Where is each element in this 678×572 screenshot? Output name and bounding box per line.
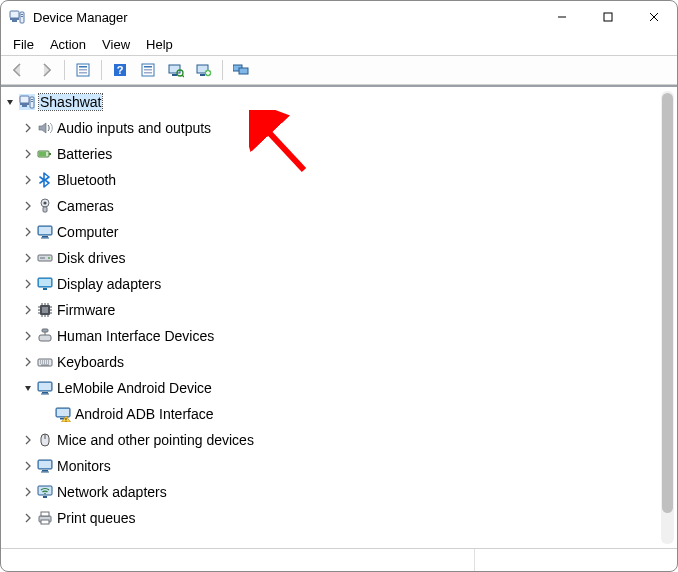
arrow-left-icon bbox=[10, 62, 26, 78]
vertical-scrollbar[interactable] bbox=[661, 91, 674, 544]
tree-item[interactable]: Print queues bbox=[3, 505, 661, 531]
minimize-icon bbox=[557, 12, 567, 22]
close-icon bbox=[649, 12, 659, 22]
properties-icon bbox=[75, 62, 91, 78]
show-hide-console-button[interactable] bbox=[70, 58, 96, 82]
disk-icon bbox=[37, 250, 53, 266]
maximize-button[interactable] bbox=[585, 1, 631, 33]
caption-buttons bbox=[539, 1, 677, 33]
chevron-right-icon[interactable] bbox=[21, 433, 35, 447]
app-icon bbox=[9, 9, 25, 25]
properties-button[interactable] bbox=[135, 58, 161, 82]
chevron-right-icon[interactable] bbox=[21, 485, 35, 499]
tree-item-label: Computer bbox=[57, 224, 118, 240]
printer-icon bbox=[37, 510, 53, 526]
expander-spacer bbox=[39, 407, 53, 421]
pc-icon bbox=[19, 94, 35, 110]
tree-item[interactable]: LeMobile Android Device bbox=[3, 375, 661, 401]
devices-by-connection-button[interactable] bbox=[228, 58, 254, 82]
mouse-icon bbox=[37, 432, 53, 448]
forward-button[interactable] bbox=[33, 58, 59, 82]
tree-item-label: Keyboards bbox=[57, 354, 124, 370]
chevron-right-icon[interactable] bbox=[21, 303, 35, 317]
back-button[interactable] bbox=[5, 58, 31, 82]
scrollbar-thumb[interactable] bbox=[662, 93, 673, 513]
chevron-right-icon[interactable] bbox=[21, 173, 35, 187]
tree-item[interactable]: Monitors bbox=[3, 453, 661, 479]
monitors-icon bbox=[233, 62, 249, 78]
chevron-right-icon[interactable] bbox=[21, 329, 35, 343]
monitor-warn-icon bbox=[55, 406, 71, 422]
status-panel-left bbox=[1, 549, 475, 571]
maximize-icon bbox=[603, 12, 613, 22]
toolbar-separator bbox=[64, 60, 65, 80]
tree-item-label: Bluetooth bbox=[57, 172, 116, 188]
svg-rect-53 bbox=[604, 13, 612, 21]
properties-icon bbox=[140, 62, 156, 78]
display-icon bbox=[37, 276, 53, 292]
scan-icon bbox=[168, 62, 184, 78]
menu-help[interactable]: Help bbox=[138, 36, 181, 53]
monitor-icon bbox=[37, 458, 53, 474]
chevron-right-icon[interactable] bbox=[21, 251, 35, 265]
chevron-right-icon[interactable] bbox=[21, 355, 35, 369]
titlebar[interactable]: Device Manager bbox=[1, 1, 677, 33]
network-icon bbox=[37, 484, 53, 500]
toolbar-separator bbox=[101, 60, 102, 80]
window-title: Device Manager bbox=[33, 10, 539, 25]
tree-item-label: Monitors bbox=[57, 458, 111, 474]
status-panel-right bbox=[475, 549, 678, 571]
client-area: ShashwatAudio inputs and outputsBatterie… bbox=[1, 85, 677, 571]
scan-hardware-button[interactable] bbox=[163, 58, 189, 82]
tree-item-label: Disk drives bbox=[57, 250, 125, 266]
tree-item[interactable]: Android ADB Interface bbox=[3, 401, 661, 427]
chevron-right-icon[interactable] bbox=[21, 277, 35, 291]
tree-item-label: Display adapters bbox=[57, 276, 161, 292]
chevron-down-icon[interactable] bbox=[21, 381, 35, 395]
chevron-right-icon[interactable] bbox=[21, 147, 35, 161]
tree-item[interactable]: Human Interface Devices bbox=[3, 323, 661, 349]
menu-action[interactable]: Action bbox=[42, 36, 94, 53]
tree-item-label: Print queues bbox=[57, 510, 136, 526]
tree-item[interactable]: Keyboards bbox=[3, 349, 661, 375]
tree-item[interactable]: Batteries bbox=[3, 141, 661, 167]
statusbar bbox=[1, 548, 677, 571]
tree-item[interactable]: Network adapters bbox=[3, 479, 661, 505]
chevron-right-icon[interactable] bbox=[21, 225, 35, 239]
arrow-right-icon bbox=[38, 62, 54, 78]
help-button[interactable] bbox=[107, 58, 133, 82]
tree-item-label: Shashwat bbox=[39, 94, 102, 110]
monitor-icon bbox=[37, 380, 53, 396]
tree-item-label: Network adapters bbox=[57, 484, 167, 500]
tree-item-label: Audio inputs and outputs bbox=[57, 120, 211, 136]
chevron-right-icon[interactable] bbox=[21, 459, 35, 473]
tree-item[interactable]: Shashwat bbox=[3, 89, 661, 115]
add-legacy-hardware-button[interactable] bbox=[191, 58, 217, 82]
chevron-right-icon[interactable] bbox=[21, 199, 35, 213]
tree-item[interactable]: Computer bbox=[3, 219, 661, 245]
menu-file[interactable]: File bbox=[5, 36, 42, 53]
tree-item[interactable]: Firmware bbox=[3, 297, 661, 323]
hid-icon bbox=[37, 328, 53, 344]
chevron-right-icon[interactable] bbox=[21, 511, 35, 525]
menu-view[interactable]: View bbox=[94, 36, 138, 53]
tree-item-label: Batteries bbox=[57, 146, 112, 162]
tree-item[interactable]: Audio inputs and outputs bbox=[3, 115, 661, 141]
close-button[interactable] bbox=[631, 1, 677, 33]
battery-icon bbox=[37, 146, 53, 162]
menubar: File Action View Help bbox=[1, 33, 677, 55]
chevron-down-icon[interactable] bbox=[3, 95, 17, 109]
tree-item-label: Cameras bbox=[57, 198, 114, 214]
tree-item[interactable]: Cameras bbox=[3, 193, 661, 219]
bluetooth-icon bbox=[37, 172, 53, 188]
tree-item-label: Human Interface Devices bbox=[57, 328, 214, 344]
toolbar-separator bbox=[222, 60, 223, 80]
tree-item[interactable]: Display adapters bbox=[3, 271, 661, 297]
tree-item[interactable]: Disk drives bbox=[3, 245, 661, 271]
tree-item[interactable]: Mice and other pointing devices bbox=[3, 427, 661, 453]
device-tree[interactable]: ShashwatAudio inputs and outputsBatterie… bbox=[1, 87, 661, 548]
chevron-right-icon[interactable] bbox=[21, 121, 35, 135]
help-icon bbox=[112, 62, 128, 78]
minimize-button[interactable] bbox=[539, 1, 585, 33]
tree-item[interactable]: Bluetooth bbox=[3, 167, 661, 193]
